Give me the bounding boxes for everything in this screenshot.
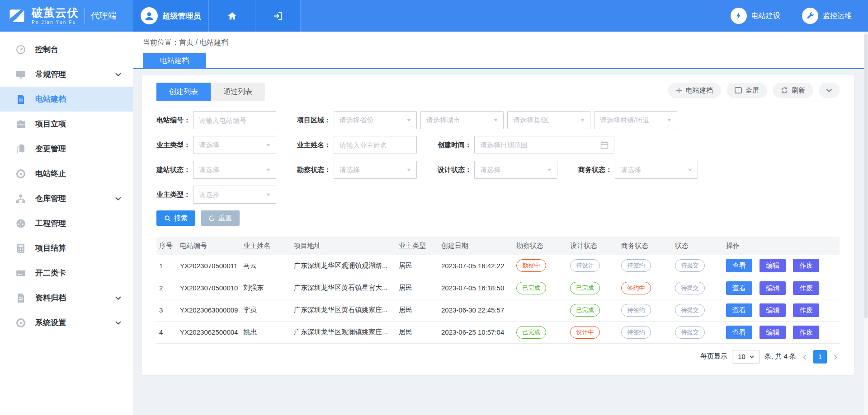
col-actions: 操作: [723, 237, 840, 255]
breadcrumb: 当前位置：首页 / 电站建档: [133, 32, 868, 53]
user-icon: [144, 10, 155, 21]
station-code-input[interactable]: [199, 117, 270, 124]
refresh-icon: [781, 87, 788, 94]
sidebar-item-label: 仓库管理: [35, 193, 66, 204]
sidebar-item-general-mgmt[interactable]: 常规管理: [0, 62, 133, 87]
sidebar-item-system-settings[interactable]: 系统设置: [0, 310, 133, 335]
gauge-icon: [15, 218, 26, 229]
build-status-select[interactable]: 请选择▼: [193, 161, 276, 179]
col-status: 状态: [672, 237, 723, 255]
per-page-prefix: 每页显示: [700, 352, 727, 361]
sidebar-item-open-card[interactable]: 开二类卡: [0, 261, 133, 285]
sidebar-item-data-archive[interactable]: 资料归档: [0, 285, 133, 310]
sidebar-item-label: 开二类卡: [35, 268, 66, 278]
dashboard-icon: [15, 44, 26, 55]
cell-index: 3: [156, 299, 177, 321]
sidebar-item-project-approval[interactable]: 项目立项: [0, 112, 133, 136]
tab-created-list[interactable]: 创建列表: [156, 83, 211, 101]
edit-button[interactable]: 编辑: [760, 281, 786, 295]
table-row: 2 YX2023070500010 刘强东 广东深圳龙华区黄石镇星官大... 居…: [156, 277, 840, 299]
scrollbar-thumb[interactable]: [864, 34, 868, 318]
survey-status-badge: 已完成: [516, 326, 546, 339]
nav-station-build[interactable]: 电站建设: [731, 8, 780, 24]
dropdown-caret-icon: ▼: [265, 143, 271, 147]
business-status-select[interactable]: 请选择▼: [615, 161, 698, 179]
refresh-button[interactable]: 刷新: [773, 83, 813, 98]
dropdown-caret-icon: ▼: [493, 118, 499, 122]
tab-passed-list[interactable]: 通过列表: [211, 83, 265, 101]
page-tab-station-archive[interactable]: 电站建档: [143, 53, 206, 68]
current-page[interactable]: 1: [813, 350, 827, 364]
sidebar-item-station-archive[interactable]: 电站建档: [0, 87, 133, 112]
business-status-badge: 待签约: [621, 304, 651, 317]
search-button[interactable]: 搜索: [156, 210, 195, 226]
design-status-select[interactable]: 请选择▼: [474, 161, 557, 179]
sidebar-item-label: 资料归档: [35, 293, 66, 303]
edit-button[interactable]: 编辑: [760, 326, 786, 339]
collapse-toolbar-button[interactable]: [819, 83, 840, 98]
view-button[interactable]: 查看: [726, 259, 752, 272]
prev-page-button[interactable]: ‹: [801, 351, 809, 363]
sidebar-item-station-terminate[interactable]: 电站终止: [0, 161, 133, 186]
owner-name-input[interactable]: [340, 141, 411, 149]
province-select[interactable]: 请选择省份▼: [334, 111, 417, 129]
sidebar-item-engineering-mgmt[interactable]: 工程管理: [0, 211, 133, 236]
status-badge: 待提交: [675, 326, 705, 339]
cell-owner: 刘强东: [241, 277, 291, 299]
sidebar-item-project-settlement[interactable]: 项目结算: [0, 236, 133, 261]
void-button[interactable]: 作废: [793, 281, 819, 295]
user-menu[interactable]: 超级管理员: [133, 0, 209, 32]
edit-button[interactable]: 编辑: [760, 259, 786, 272]
sidebar-item-label: 常规管理: [35, 69, 66, 79]
create-time-range-picker[interactable]: 请选择日期范围: [474, 136, 614, 154]
reset-button[interactable]: 重置: [201, 210, 240, 226]
survey-status-badge: 勘察中: [516, 259, 546, 272]
nav-monitor-ops[interactable]: 监控运维: [802, 8, 852, 24]
next-page-button[interactable]: ›: [831, 351, 840, 363]
table-header-row: 序号 电站编号 业主姓名 项目地址 业主类型 创建日期 勘察状态 设计状态 商务…: [156, 237, 840, 255]
design-status-badge: 待设计: [570, 259, 600, 272]
bolt-icon: [731, 8, 747, 24]
void-button[interactable]: 作废: [793, 303, 819, 317]
col-address: 项目地址: [291, 237, 396, 255]
station-archive-panel: 创建列表 通过列表 电站建档 全屏 刷新: [142, 75, 854, 375]
pagination: 每页显示 10 条, 共 4 条 ‹ 1 ›: [156, 350, 840, 374]
avatar: [141, 7, 158, 24]
view-button[interactable]: 查看: [726, 326, 752, 339]
cell-index: 1: [156, 255, 177, 277]
status-badge: 待提交: [675, 259, 705, 272]
business-status-badge: 待签约: [621, 326, 651, 339]
subheader: 当前位置：首页 / 电站建档 电站建档: [133, 32, 868, 69]
sidebar-item-label: 控制台: [35, 44, 58, 55]
cell-address: 广东深圳龙华区黄石镇星官大...: [291, 277, 396, 299]
sidebar-item-console[interactable]: 控制台: [0, 37, 133, 62]
survey-status-select[interactable]: 请选择▼: [334, 161, 417, 179]
vertical-scrollbar: [864, 32, 868, 415]
toolbar: 电站建档 全屏 刷新: [668, 83, 840, 101]
filter-form: 电站编号： 项目区域： 请选择省份▼ 请选择城市▼ 请选择县/区▼ 请选择村镇/…: [156, 101, 840, 226]
chevron-down-icon: [115, 197, 121, 201]
design-status-badge: 已完成: [570, 304, 600, 317]
view-button[interactable]: 查看: [726, 281, 752, 295]
sidebar-item-warehouse-mgmt[interactable]: 仓库管理: [0, 186, 133, 211]
edit-button[interactable]: 编辑: [760, 303, 786, 317]
briefcase-icon: [15, 119, 26, 130]
cell-created: 2023-07-05 16:42:22: [439, 255, 514, 277]
void-button[interactable]: 作废: [793, 326, 819, 339]
home-button[interactable]: [209, 0, 255, 32]
owner-type2-select[interactable]: 请选择▼: [193, 186, 276, 204]
district-select[interactable]: 请选择县/区▼: [507, 111, 590, 129]
view-button[interactable]: 查看: [726, 303, 752, 317]
add-station-button[interactable]: 电站建档: [668, 83, 721, 98]
owner-type-select[interactable]: 请选择▼: [193, 136, 276, 154]
logout-button[interactable]: [255, 0, 301, 32]
col-created: 创建日期: [439, 237, 514, 255]
sidebar-item-change-mgmt[interactable]: 变更管理: [0, 136, 133, 161]
street-select[interactable]: 请选择村镇/街道▼: [594, 111, 677, 129]
survey-status-label: 勘察状态：: [297, 166, 331, 174]
region-label: 项目区域：: [297, 116, 331, 125]
void-button[interactable]: 作废: [793, 259, 819, 272]
per-page-select[interactable]: 10: [732, 350, 760, 364]
city-select[interactable]: 请选择城市▼: [420, 111, 504, 129]
fullscreen-button[interactable]: 全屏: [726, 83, 767, 98]
